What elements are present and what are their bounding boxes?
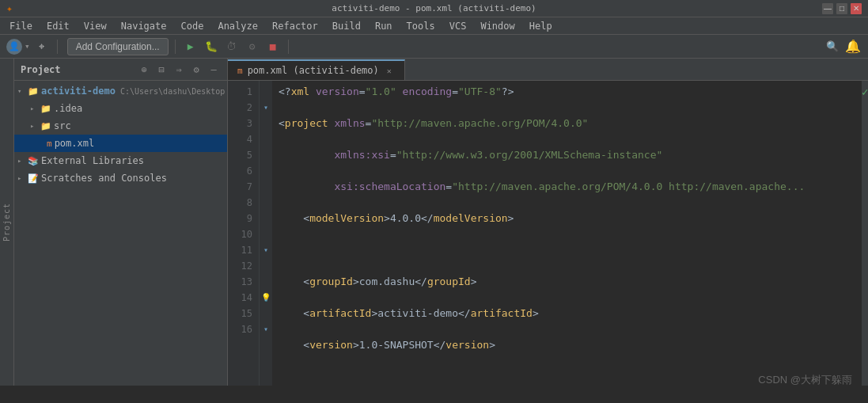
menu-item-view[interactable]: View [78, 19, 113, 33]
toolbar: 👤 ▾ ⌖ Add Configuration... ▶ 🐛 ⏱ ⚙ ■ 🔍 🔔 [0, 35, 868, 59]
tab-label: pom.xml (activiti-demo) [248, 65, 379, 76]
minimize-button[interactable]: — [822, 3, 833, 14]
code-line-7: <groupId>com.dashu</groupId> [279, 274, 855, 290]
folder-icon-idea: 📁 [40, 104, 51, 114]
gutter-12 [260, 258, 272, 274]
tree-item-ext-libs[interactable]: ▸ 📚 External Libraries [14, 152, 227, 169]
tree-label-idea: .idea [54, 103, 82, 114]
tree-item-root[interactable]: ▾ 📁 activiti-demo C:\Users\dashu\Desktop [14, 82, 227, 100]
code-line-8: <artifactId>activiti-demo</artifactId> [279, 306, 855, 321]
menu-item-code[interactable]: Code [175, 19, 210, 33]
scroll-to-icon[interactable]: ⇒ [172, 63, 186, 77]
code-editor[interactable]: 1 2 3 4 5 6 7 8 9 10 11 12 13 14 15 16 [228, 81, 868, 386]
add-configuration-button[interactable]: Add Configuration... [67, 38, 169, 55]
tab-close-button[interactable]: ✕ [384, 65, 395, 76]
scratches-icon: 📝 [28, 173, 39, 184]
side-panel-label[interactable]: Project [0, 59, 14, 386]
menu-item-edit[interactable]: Edit [40, 19, 76, 33]
gutter-fold-16[interactable]: ▾ [260, 321, 272, 337]
maximize-button[interactable]: □ [836, 3, 847, 14]
line-num-8: 8 [228, 195, 252, 211]
tree-label-ext-libs: External Libraries [41, 155, 144, 166]
menu-item-window[interactable]: Window [474, 19, 521, 33]
minimize-panel-icon[interactable]: — [207, 63, 221, 77]
line-num-12: 12 [228, 258, 252, 274]
tree-item-idea[interactable]: ▸ 📁 .idea [14, 100, 227, 117]
project-selector[interactable]: 👤 ▾ [6, 39, 30, 55]
code-content[interactable]: <?xml version="1.0" encoding="UTF-8"?> <… [272, 81, 862, 386]
gutter-5 [260, 147, 272, 163]
project-label-vertical: Project [2, 203, 11, 241]
line-num-1: 1 [228, 84, 252, 100]
line-num-9: 9 [228, 211, 252, 226]
close-button[interactable]: ✕ [851, 3, 862, 14]
menu-item-vcs[interactable]: VCS [443, 19, 473, 33]
right-indicator: ✓ [862, 81, 868, 386]
line-num-11: 11 [228, 242, 252, 258]
avatar-icon: 👤 [6, 39, 22, 55]
tree-item-pom[interactable]: m pom.xml [14, 135, 227, 152]
menu-item-tools[interactable]: Tools [400, 19, 442, 33]
gutter-fold-2[interactable]: ▾ [260, 100, 272, 116]
title-bar-controls: — □ ✕ [822, 3, 862, 14]
settings-icon[interactable]: ⚙ [189, 63, 203, 77]
line-num-3: 3 [228, 116, 252, 131]
notification-button[interactable]: 🔔 [844, 38, 862, 55]
project-tree: ▾ 📁 activiti-demo C:\Users\dashu\Desktop… [14, 81, 227, 386]
menu-item-refactor[interactable]: Refactor [266, 19, 324, 33]
debug-button[interactable]: 🐛 [203, 38, 220, 55]
menu-item-file[interactable]: File [3, 19, 39, 33]
tab-pom-xml[interactable]: m pom.xml (activiti-demo) ✕ [228, 59, 405, 80]
line-num-2: 2 [228, 100, 252, 116]
menu-item-run[interactable]: Run [369, 19, 399, 33]
code-line-4: xsi:schemaLocation="http://maven.apache.… [279, 179, 855, 195]
line-num-7: 7 [228, 179, 252, 195]
code-line-3: xmlns:xsi="http://www.w3.org/2001/XMLSch… [279, 147, 855, 163]
folder-icon-src: 📁 [40, 121, 51, 131]
tree-label-root: activiti-demo [41, 86, 116, 97]
menu-bar: const menuData = JSON.parse(document.get… [0, 17, 868, 35]
tree-label-scratches: Scratches and Consoles [41, 173, 167, 184]
search-everywhere-button[interactable]: 🔍 [824, 38, 841, 55]
menu-item-analyze[interactable]: Analyze [211, 19, 264, 33]
gutter-warning-14[interactable]: 💡 [260, 290, 272, 306]
run-with-coverage-button[interactable]: ⏱ [223, 38, 241, 55]
code-line-1: <?xml version="1.0" encoding="UTF-8"?> [279, 84, 855, 100]
project-panel-title: Project [21, 64, 134, 75]
code-gutter: ▾ ▾ 💡 ▾ [260, 81, 272, 386]
main-area: Project Project ⊕ ⊟ ⇒ ⚙ — ▾ 📁 activiti-d… [0, 59, 868, 386]
menu-item-build[interactable]: Build [326, 19, 367, 33]
gutter-3 [260, 116, 272, 131]
tree-arrow-root: ▾ [17, 87, 25, 95]
run-button[interactable]: ▶ [182, 38, 199, 55]
library-icon: 📚 [28, 156, 39, 166]
tree-path-root: C:\Users\dashu\Desktop [120, 87, 225, 96]
code-line-9: <version>1.0-SNAPSHOT</version> [279, 337, 855, 353]
collapse-all-icon[interactable]: ⊟ [154, 63, 169, 77]
line-numbers: 1 2 3 4 5 6 7 8 9 10 11 12 13 14 15 16 [228, 81, 260, 386]
line-num-13: 13 [228, 274, 252, 290]
code-line-2: <project xmlns="http://maven.apache.org/… [279, 116, 855, 131]
dropdown-arrow: ▾ [25, 41, 30, 51]
project-icon: 📁 [28, 86, 39, 97]
add-icon[interactable]: ⊕ [137, 63, 151, 77]
cursor-icon[interactable]: ⌖ [33, 38, 51, 55]
toolbar-separator-3 [288, 40, 289, 54]
editor-area: m pom.xml (activiti-demo) ✕ 1 2 3 4 5 6 … [228, 59, 868, 386]
menu-item-help[interactable]: Help [523, 19, 559, 33]
toolbar-separator-1 [57, 40, 58, 54]
tree-arrow-scratches: ▸ [17, 174, 25, 182]
stop-button[interactable]: ■ [264, 38, 282, 55]
gutter-9 [260, 211, 272, 226]
gutter-13 [260, 274, 272, 290]
gutter-8 [260, 195, 272, 211]
gutter-7 [260, 179, 272, 195]
tree-item-scratches[interactable]: ▸ 📝 Scratches and Consoles [14, 169, 227, 187]
menu-item-navigate[interactable]: Navigate [115, 19, 173, 33]
title-bar-left: ✦ [6, 2, 13, 14]
line-num-14: 14 [228, 290, 252, 306]
gutter-fold-11[interactable]: ▾ [260, 242, 272, 258]
gutter-15 [260, 306, 272, 321]
tree-item-src[interactable]: ▸ 📁 src [14, 117, 227, 135]
run-profile-button[interactable]: ⚙ [244, 38, 261, 55]
